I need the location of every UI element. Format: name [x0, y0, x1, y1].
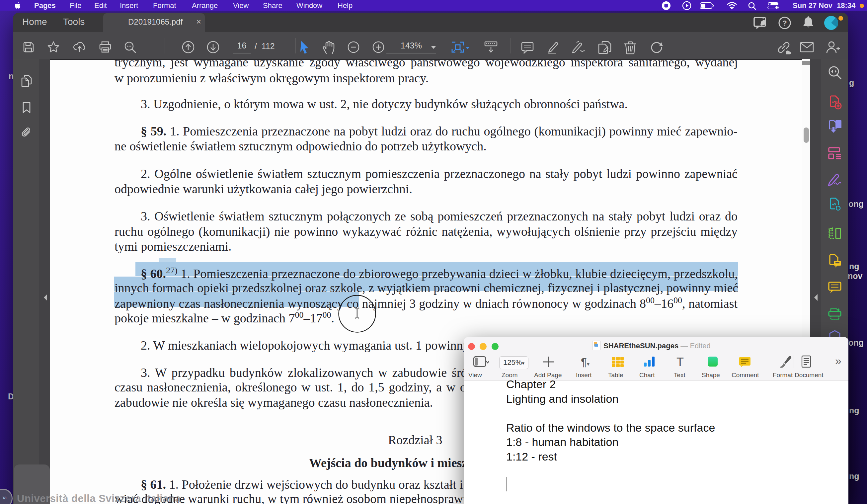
svg-text:?: ?	[782, 19, 787, 27]
